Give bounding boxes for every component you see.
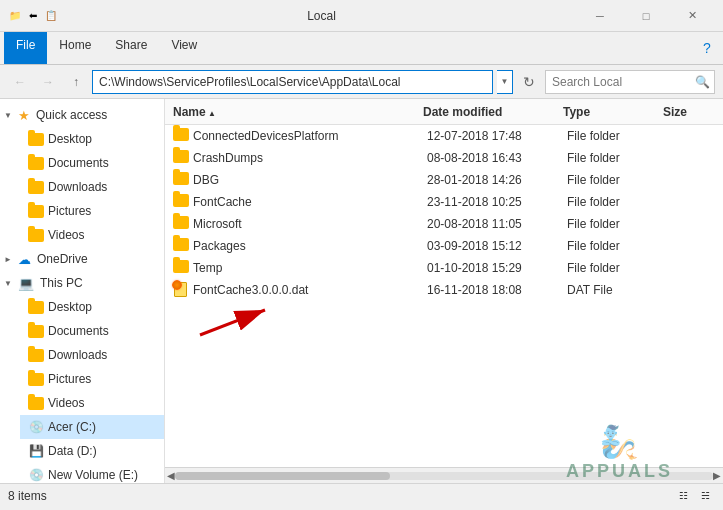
col-header-size[interactable]: Size: [663, 105, 687, 119]
chevron-this-pc: ▼: [4, 279, 16, 288]
window-controls: ─ □ ✕: [577, 0, 715, 32]
folder-icon-downloads: [28, 179, 44, 195]
file-name: Temp: [193, 261, 427, 275]
sidebar-item-data-d[interactable]: 💾 Data (D:): [20, 439, 164, 463]
star-icon: ★: [18, 108, 30, 123]
table-row[interactable]: DBG 28-01-2018 14:26 File folder: [165, 169, 723, 191]
back-button[interactable]: ←: [8, 70, 32, 94]
file-name: Packages: [193, 239, 427, 253]
col-header-type[interactable]: Type: [563, 105, 663, 119]
sidebar-item-documents[interactable]: Documents: [20, 151, 164, 175]
title-icon-3: 📋: [44, 9, 58, 23]
tab-view[interactable]: View: [159, 32, 209, 64]
details-view-button[interactable]: ☷: [673, 487, 693, 505]
sidebar-item-pc-documents[interactable]: Documents: [20, 319, 164, 343]
table-row[interactable]: Temp 01-10-2018 15:29 File folder: [165, 257, 723, 279]
sidebar-item-new-volume-e[interactable]: 💿 New Volume (E:): [20, 463, 164, 483]
address-dropdown[interactable]: ▼: [497, 70, 513, 94]
title-bar-icons: 📁 ⬅ 📋: [8, 9, 58, 23]
refresh-button[interactable]: ↻: [517, 70, 541, 94]
tab-share[interactable]: Share: [103, 32, 159, 64]
table-row[interactable]: FontCache3.0.0.0.dat 16-11-2018 18:08 DA…: [165, 279, 723, 301]
sidebar-item-pc-desktop[interactable]: Desktop: [20, 295, 164, 319]
table-row[interactable]: ConnectedDevicesPlatform 12-07-2018 17:4…: [165, 125, 723, 147]
file-name: FontCache3.0.0.0.dat: [193, 283, 427, 297]
help-button[interactable]: ?: [695, 32, 719, 64]
videos-label: Videos: [48, 228, 84, 242]
address-bar: ← → ↑ C:\Windows\ServiceProfiles\LocalSe…: [0, 65, 723, 99]
file-date: 23-11-2018 10:25: [427, 195, 567, 209]
column-header: Name Date modified Type Size: [165, 99, 723, 125]
pc-pictures-label: Pictures: [48, 372, 91, 386]
sidebar-item-acer-c[interactable]: 💿 Acer (C:): [20, 415, 164, 439]
acer-c-label: Acer (C:): [48, 420, 96, 434]
search-input[interactable]: [546, 73, 690, 91]
folder-icon-pc-downloads: [28, 347, 44, 363]
scroll-right-btn[interactable]: ▶: [713, 470, 721, 481]
sidebar-section-onedrive[interactable]: ► ☁ OneDrive: [0, 247, 164, 271]
search-icon: 🔍: [690, 70, 714, 94]
sidebar-section-this-pc[interactable]: ▼ 💻 This PC: [0, 271, 164, 295]
scroll-thumb[interactable]: [175, 472, 390, 480]
col-header-name[interactable]: Name: [173, 105, 423, 119]
pc-downloads-label: Downloads: [48, 348, 107, 362]
sidebar-item-pc-videos[interactable]: Videos: [20, 391, 164, 415]
documents-label: Documents: [48, 156, 109, 170]
file-date: 16-11-2018 18:08: [427, 283, 567, 297]
large-icons-button[interactable]: ☵: [695, 487, 715, 505]
col-header-date[interactable]: Date modified: [423, 105, 563, 119]
sidebar-section-quick-access[interactable]: ▼ ★ Quick access: [0, 103, 164, 127]
sidebar-item-downloads[interactable]: Downloads: [20, 175, 164, 199]
scroll-track: [175, 472, 713, 480]
file-date: 28-01-2018 14:26: [427, 173, 567, 187]
sidebar-item-desktop[interactable]: Desktop: [20, 127, 164, 151]
pictures-label: Pictures: [48, 204, 91, 218]
sidebar-item-videos[interactable]: Videos: [20, 223, 164, 247]
maximize-button[interactable]: □: [623, 0, 669, 32]
status-bar: 8 items ☷ ☵: [0, 483, 723, 507]
table-row[interactable]: FontCache 23-11-2018 10:25 File folder: [165, 191, 723, 213]
data-d-label: Data (D:): [48, 444, 97, 458]
quick-access-children: Desktop Documents Downloads Pictures Vid…: [0, 127, 164, 247]
file-list: ConnectedDevicesPlatform 12-07-2018 17:4…: [165, 125, 723, 467]
scroll-left-btn[interactable]: ◀: [167, 470, 175, 481]
folder-icon: [173, 238, 189, 254]
file-type: File folder: [567, 151, 667, 165]
ribbon: File Home Share View ?: [0, 32, 723, 65]
forward-button[interactable]: →: [36, 70, 60, 94]
sidebar-item-pc-downloads[interactable]: Downloads: [20, 343, 164, 367]
close-button[interactable]: ✕: [669, 0, 715, 32]
file-date: 03-09-2018 15:12: [427, 239, 567, 253]
desktop-label: Desktop: [48, 132, 92, 146]
folder-icon-pc-videos: [28, 395, 44, 411]
pc-desktop-label: Desktop: [48, 300, 92, 314]
tab-home[interactable]: Home: [47, 32, 103, 64]
file-type: File folder: [567, 239, 667, 253]
tab-file[interactable]: File: [4, 32, 47, 64]
folder-icon: [173, 150, 189, 166]
content-area: Name Date modified Type Size ConnectedDe…: [165, 99, 723, 483]
window-title: Local: [66, 9, 577, 23]
table-row[interactable]: Microsoft 20-08-2018 11:05 File folder: [165, 213, 723, 235]
file-date: 08-08-2018 16:43: [427, 151, 567, 165]
address-text: C:\Windows\ServiceProfiles\LocalService\…: [99, 75, 400, 89]
drive-icon-c: 💿: [28, 419, 44, 435]
this-pc-label: This PC: [40, 276, 83, 290]
folder-icon-pc-documents: [28, 323, 44, 339]
table-row[interactable]: Packages 03-09-2018 15:12 File folder: [165, 235, 723, 257]
file-type: File folder: [567, 173, 667, 187]
chevron-onedrive: ►: [4, 255, 16, 264]
address-input[interactable]: C:\Windows\ServiceProfiles\LocalService\…: [92, 70, 493, 94]
sidebar-item-pc-pictures[interactable]: Pictures: [20, 367, 164, 391]
up-button[interactable]: ↑: [64, 70, 88, 94]
chevron-quick-access: ▼: [4, 111, 16, 120]
sidebar-item-pictures[interactable]: Pictures: [20, 199, 164, 223]
folder-icon: [173, 260, 189, 276]
file-type: DAT File: [567, 283, 667, 297]
minimize-button[interactable]: ─: [577, 0, 623, 32]
table-row[interactable]: CrashDumps 08-08-2018 16:43 File folder: [165, 147, 723, 169]
file-type: File folder: [567, 129, 667, 143]
folder-icon: [173, 194, 189, 210]
pc-videos-label: Videos: [48, 396, 84, 410]
horizontal-scrollbar[interactable]: ◀ ▶: [165, 467, 723, 483]
